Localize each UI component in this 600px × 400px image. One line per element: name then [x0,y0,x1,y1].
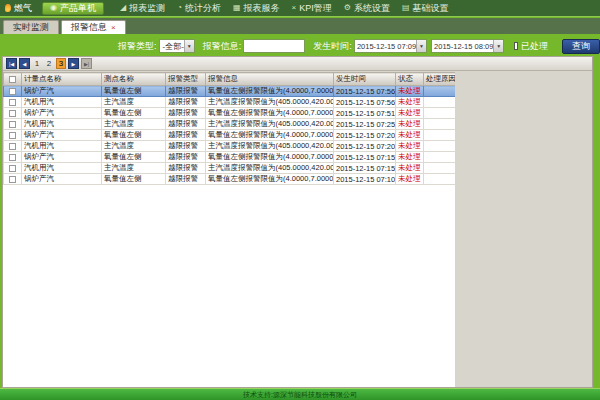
last-page-button[interactable]: ▶| [81,58,92,69]
cell-info: 氧量值左侧报警限值为(4.0000,7.0000),实际值为7.7690 [206,86,334,97]
processed-checkbox[interactable] [514,42,518,50]
row-checkbox[interactable] [9,154,16,161]
cell-info: 主汽温度报警限值为(405.0000,420.0000),实际值为424.446… [206,141,334,152]
table-row[interactable]: 锅炉产汽 氧量值左侧 越限报警 氧量值左侧报警限值为(4.0000,7.0000… [4,86,456,97]
cell-type: 越限报警 [166,152,206,163]
menu-item-report-service[interactable]: ▦ 报表服务 [233,2,280,15]
alarm-panel: |◀ ◀ 1 2 3 ▶ ▶| 计量点名称 测点名称 报警类型 [2,56,593,388]
alarm-type-label: 报警类型: [118,40,157,53]
tab-alarm-info[interactable]: 报警信息 × [61,20,126,34]
col-point[interactable]: 计量点名称 [22,73,102,86]
status-badge: 未处理 [396,86,424,97]
menu-label: 基础设置 [412,2,448,15]
row-checkbox[interactable] [9,110,16,117]
next-page-button[interactable]: ▶ [68,58,79,69]
row-checkbox[interactable] [9,99,16,106]
table-row[interactable]: 锅炉产汽 氧量值左侧 越限报警 氧量值左侧报警限值为(4.0000,7.0000… [4,152,456,163]
cell-reason [424,163,456,174]
menu-item-basic-settings[interactable]: ▤ 基础设置 [402,2,449,15]
app-window: 燃气 ◉ 产品单机 ◢ 报表监测 ◔ 统计分析 ▦ 报表服务 × KPI管理 [0,0,600,400]
status-badge: 未处理 [396,108,424,119]
cell-point: 锅炉产汽 [22,130,102,141]
status-badge: 未处理 [396,119,424,130]
status-badge: 未处理 [396,141,424,152]
cell-point: 汽机用汽 [22,97,102,108]
table-row[interactable]: 汽机用汽 主汽温度 越限报警 主汽温度报警限值为(405.0000,420.00… [4,163,456,174]
row-checkbox[interactable] [9,165,16,172]
table-row[interactable]: 锅炉产汽 氧量值左侧 越限报警 氧量值左侧报警限值为(4.0000,7.0000… [4,130,456,141]
cell-type: 越限报警 [166,108,206,119]
time-from-picker[interactable]: 2015-12-15 07:09 ▼ [354,39,427,53]
menu-item-kpi[interactable]: × KPI管理 [292,2,332,15]
cell-sensor: 氧量值左侧 [102,108,166,119]
col-time[interactable]: 发生时间 [334,73,396,86]
grid-icon: ▦ [233,4,241,12]
tab-label: 报警信息 [71,21,107,34]
row-checkbox[interactable] [9,143,16,150]
cell-sensor: 主汽温度 [102,163,166,174]
status-badge: 未处理 [396,174,424,185]
menu-item-system-settings[interactable]: ⚙ 系统设置 [344,2,390,15]
cell-type: 越限报警 [166,141,206,152]
cell-type: 越限报警 [166,130,206,141]
chevron-down-icon[interactable]: ▼ [416,40,426,52]
alarm-info-input[interactable] [243,39,305,53]
cell-reason [424,152,456,163]
row-checkbox[interactable] [9,176,16,183]
time-to-value: 2015-12-15 08:09 [434,42,493,51]
col-type[interactable]: 报警类型 [166,73,206,86]
brand: 燃气 [5,2,32,15]
cell-sensor: 主汽温度 [102,119,166,130]
page-number-3-current[interactable]: 3 [56,58,66,69]
top-menu-bar: 燃气 ◉ 产品单机 ◢ 报表监测 ◔ 统计分析 ▦ 报表服务 × KPI管理 [0,0,600,17]
table-header-row: 计量点名称 测点名称 报警类型 报警信息 发生时间 状态 处理原因 [4,73,456,86]
col-reason[interactable]: 处理原因 [424,73,456,86]
first-page-button[interactable]: |◀ [6,58,17,69]
tab-realtime-monitor[interactable]: 实时监测 [3,20,59,34]
alarm-type-select[interactable]: -全部- ▼ [159,39,195,53]
cell-time: 2015-12-15 07:15:14 [334,152,396,163]
menu-label: 系统设置 [354,2,390,15]
time-to-picker[interactable]: 2015-12-15 08:09 ▼ [431,39,504,53]
cell-time: 2015-12-15 07:51:45 [334,108,396,119]
table-row[interactable]: 汽机用汽 主汽温度 越限报警 主汽温度报警限值为(405.0000,420.00… [4,141,456,152]
time-label: 发生时间: [313,40,352,53]
cell-reason [424,119,456,130]
row-checkbox[interactable] [9,121,16,128]
select-all-checkbox[interactable] [9,76,16,83]
close-icon[interactable]: × [111,23,116,32]
col-status[interactable]: 状态 [396,73,424,86]
table-row[interactable]: 锅炉产汽 氧量值左侧 越限报警 氧量值左侧报警限值为(4.0000,7.0000… [4,174,456,185]
cell-sensor: 氧量值左侧 [102,152,166,163]
tab-bar: 实时监测 报警信息 × [0,18,600,34]
row-checkbox[interactable] [9,88,16,95]
query-label: 查询 [572,40,590,53]
cell-point: 锅炉产汽 [22,152,102,163]
cell-sensor: 主汽温度 [102,97,166,108]
cell-point: 锅炉产汽 [22,86,102,97]
table-row[interactable]: 汽机用汽 主汽温度 越限报警 主汽温度报警限值为(405.0000,420.00… [4,119,456,130]
page-number-1[interactable]: 1 [32,59,42,68]
query-button[interactable]: 查询 [562,39,600,54]
table-row[interactable]: 锅炉产汽 氧量值左侧 越限报警 氧量值左侧报警限值为(4.0000,7.0000… [4,108,456,119]
col-sensor[interactable]: 测点名称 [102,73,166,86]
cell-sensor: 氧量值左侧 [102,130,166,141]
cell-time: 2015-12-15 07:25:25 [334,119,396,130]
col-info[interactable]: 报警信息 [206,73,334,86]
chevron-down-icon[interactable]: ▼ [184,40,194,52]
menu-label: 报表服务 [244,2,280,15]
menu-item-stat-analysis[interactable]: ◔ 统计分析 [177,2,221,15]
product-button[interactable]: ◉ 产品单机 [42,2,104,15]
prev-page-button[interactable]: ◀ [19,58,30,69]
row-checkbox[interactable] [9,132,16,139]
cell-type: 越限报警 [166,97,206,108]
cell-info: 氧量值左侧报警限值为(4.0000,7.0000),实际值为7.1523 [206,108,334,119]
table-row[interactable]: 汽机用汽 主汽温度 越限报警 主汽温度报警限值为(405.0000,420.00… [4,97,456,108]
cell-point: 锅炉产汽 [22,174,102,185]
cell-reason [424,141,456,152]
cell-time: 2015-12-15 07:20:22 [334,141,396,152]
chevron-down-icon[interactable]: ▼ [493,40,503,52]
menu-item-report-monitor[interactable]: ◢ 报表监测 [120,2,165,15]
cell-sensor: 氧量值左侧 [102,86,166,97]
page-number-2[interactable]: 2 [44,59,54,68]
